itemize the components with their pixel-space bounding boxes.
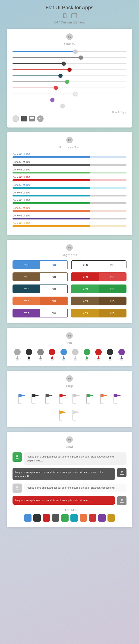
color-swatch[interactable]	[61, 514, 69, 522]
segment-control[interactable]: YesNo	[12, 272, 68, 281]
pin-item	[94, 348, 103, 360]
color-swatch[interactable]	[24, 514, 31, 522]
sliders-card: 01 Sliders Handle Style ⇆	[7, 29, 132, 128]
segment-no-btn[interactable]: No	[99, 309, 126, 317]
progress-row: Done 68 of 100	[12, 168, 127, 174]
color-swatch[interactable]	[108, 514, 115, 522]
other-styles-container	[12, 514, 127, 522]
segment-yes-btn[interactable]: Yes	[13, 273, 40, 281]
color-swatch[interactable]	[70, 514, 78, 522]
svg-point-35	[86, 403, 90, 404]
color-swatch[interactable]	[98, 514, 106, 522]
svg-point-41	[59, 420, 63, 420]
segment-control[interactable]: YesNo	[71, 309, 127, 318]
segment-no-btn[interactable]: No	[99, 261, 126, 269]
segment-control[interactable]: YesNo	[71, 296, 127, 306]
pins-badge: 04	[66, 332, 73, 339]
segment-yes-btn[interactable]: Yes	[13, 285, 40, 293]
segment-no-btn[interactable]: No	[40, 309, 68, 317]
slider-row[interactable]	[12, 86, 127, 90]
segment-control[interactable]: YesNo	[71, 272, 127, 281]
chat-message: Neque porro quisquam est qui dolorem ips…	[12, 484, 127, 493]
sliders-container	[12, 50, 127, 108]
segment-yes-btn[interactable]: Yes	[72, 285, 99, 293]
segment-no-btn[interactable]: No	[99, 297, 126, 305]
pin-item	[47, 348, 57, 360]
segment-no-btn[interactable]: No	[99, 285, 126, 293]
color-swatch[interactable]	[52, 514, 59, 522]
other-styles-label: Other Styles	[12, 508, 127, 512]
progress-title: Progress Bar	[12, 146, 127, 149]
progress-row: Done 68 of 100	[12, 222, 127, 227]
slider-row[interactable]	[12, 56, 127, 60]
phone-icon	[62, 12, 68, 19]
segment-control[interactable]: YesNo	[71, 284, 127, 293]
slider-row[interactable]	[12, 74, 127, 78]
segment-yes-btn[interactable]: Yes	[13, 261, 40, 269]
segments-title: Segments	[12, 253, 127, 256]
flag-item	[16, 391, 27, 405]
slider-row[interactable]	[12, 80, 127, 84]
svg-rect-38	[114, 394, 114, 403]
slider-row[interactable]	[12, 50, 127, 54]
svg-point-39	[114, 403, 117, 404]
segment-yes-btn[interactable]: Yes	[72, 261, 99, 269]
handle-circle[interactable]	[12, 116, 19, 122]
segment-control[interactable]: YesNo	[71, 260, 127, 269]
sliders-badge: 01	[66, 34, 73, 40]
segment-yes-btn[interactable]: Yes	[72, 297, 99, 305]
slider-row[interactable]	[12, 98, 127, 102]
flags-badge: 05	[66, 375, 73, 382]
svg-rect-26	[31, 394, 32, 403]
color-swatch[interactable]	[43, 514, 50, 522]
segment-yes-btn[interactable]: Yes	[72, 309, 99, 317]
color-swatch[interactable]	[89, 514, 96, 522]
flag-item	[30, 391, 40, 405]
svg-point-33	[73, 403, 76, 404]
chat-badge: 06	[66, 436, 73, 443]
handle-rect[interactable]	[29, 116, 35, 122]
svg-point-14	[72, 349, 79, 355]
segment-control[interactable]: YesNo	[12, 284, 68, 293]
chat-avatar	[117, 496, 127, 505]
segment-no-btn[interactable]: No	[40, 273, 68, 281]
chat-container: Neque porro quisquam est qui dolorem ips…	[12, 452, 127, 505]
chat-bubble: Neque porro quisquam est qui dolorem ips…	[12, 496, 115, 505]
segment-control[interactable]: YesNo	[12, 296, 68, 306]
slider-row[interactable]	[12, 104, 127, 108]
svg-point-29	[45, 403, 49, 404]
device-icons	[46, 12, 94, 19]
segment-no-btn[interactable]: No	[40, 261, 68, 269]
segment-no-btn[interactable]: No	[99, 273, 126, 281]
chat-message: Neque porro quisquam est qui dolorem ips…	[12, 468, 127, 480]
segment-yes-btn[interactable]: Yes	[72, 273, 99, 281]
svg-point-10	[49, 349, 55, 355]
chat-bubble: Neque porro quisquam est qui dolorem ips…	[24, 484, 127, 492]
flag-item	[99, 391, 109, 405]
segment-yes-btn[interactable]: Yes	[13, 309, 40, 317]
chat-title: Chat	[12, 445, 127, 449]
segment-no-btn[interactable]: No	[40, 285, 68, 293]
pin-item	[82, 348, 92, 360]
color-swatch[interactable]	[33, 514, 41, 522]
svg-point-4	[14, 349, 21, 355]
handle-square[interactable]	[21, 116, 27, 122]
svg-rect-30	[59, 394, 60, 403]
color-swatch[interactable]	[80, 514, 87, 522]
svg-point-25	[18, 403, 21, 404]
slider-row[interactable]	[12, 92, 127, 96]
segment-control[interactable]: YesNo	[12, 309, 68, 318]
svg-point-23	[120, 360, 124, 361]
chat-card: 06 Chat Neque porro quisquam est qui dol…	[7, 432, 132, 527]
svg-rect-42	[73, 410, 73, 420]
flag-item	[57, 408, 68, 422]
pins-title: Pin	[12, 341, 127, 345]
handle-arrow[interactable]: ⇆	[37, 116, 44, 122]
slider-row[interactable]	[12, 62, 127, 66]
segment-control[interactable]: YesNo	[12, 260, 68, 269]
segment-no-btn[interactable]: No	[40, 297, 68, 305]
slider-row[interactable]	[12, 68, 127, 72]
svg-point-20	[107, 349, 113, 355]
segment-yes-btn[interactable]: Yes	[13, 297, 40, 305]
segments-badge: 03	[66, 244, 73, 251]
